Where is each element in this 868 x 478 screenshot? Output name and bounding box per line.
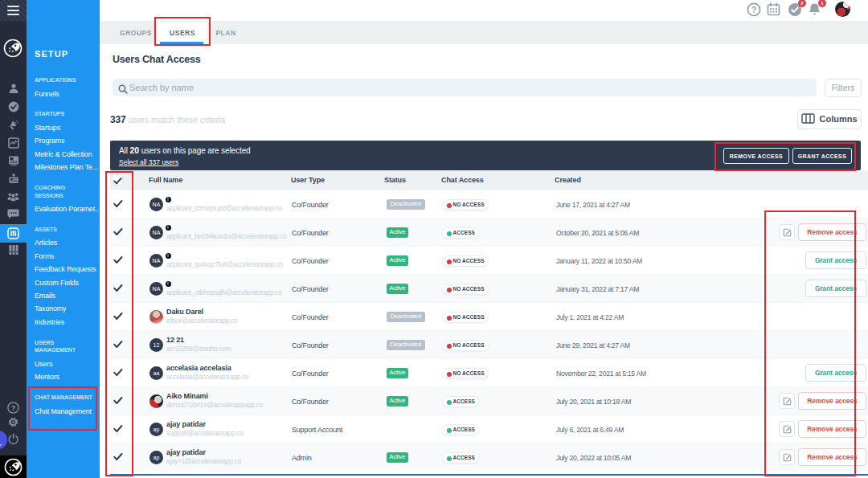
created-date: January 31, 2022 at 7:17 AM bbox=[556, 285, 639, 293]
open-chat-icon-button[interactable] bbox=[779, 224, 795, 240]
sidebar-item-evaluation-paramet[interactable]: Evaluation Paramet... bbox=[35, 202, 99, 215]
chat-access-dot bbox=[447, 231, 452, 237]
rail-chat-icon[interactable] bbox=[0, 208, 27, 223]
topbar-calendar-icon[interactable] bbox=[767, 2, 781, 17]
row-checkbox[interactable] bbox=[113, 425, 126, 433]
table-bottom-bar bbox=[110, 474, 868, 476]
filters-button[interactable]: Filters bbox=[825, 79, 862, 97]
status-badge: Deactivated bbox=[387, 199, 425, 210]
chat-access-dot bbox=[447, 400, 452, 406]
help-icon[interactable]: ? bbox=[0, 402, 27, 417]
remove-access-bulk-button[interactable]: REMOVE ACCESS bbox=[723, 148, 789, 164]
sidebar-item-metric-collection[interactable]: Metric & Collection bbox=[35, 148, 99, 161]
user-type: Co/Founder bbox=[292, 370, 329, 378]
status-badge: Deactivated bbox=[387, 312, 425, 322]
remove-access-button[interactable]: Remove access bbox=[798, 223, 866, 241]
table-body: NA ! applicant_tzznwjxup0@acceleratorapp… bbox=[110, 190, 868, 471]
sidebar-item-forms[interactable]: Forms bbox=[35, 250, 99, 263]
sidebar-item-industries[interactable]: Industries bbox=[35, 316, 99, 329]
user-email: applicant_otbhepoglh@acceleratorapp.co bbox=[166, 288, 281, 296]
search-input[interactable]: Search by name bbox=[113, 79, 817, 96]
settings-gear-icon[interactable] bbox=[0, 416, 27, 431]
columns-button[interactable]: Columns bbox=[797, 109, 862, 129]
sidebar-item-milestones-plan-te[interactable]: Milestones Plan Te... bbox=[35, 161, 99, 174]
sidebar-item-funnels[interactable]: Funnels bbox=[35, 88, 99, 100]
status-badge: Active bbox=[387, 284, 408, 294]
sidebar-item-emails[interactable]: Emails bbox=[35, 289, 99, 302]
row-checkbox[interactable] bbox=[113, 341, 126, 349]
row-checkbox[interactable] bbox=[113, 313, 126, 321]
search-icon bbox=[118, 83, 128, 97]
header-user-type[interactable]: User Type bbox=[291, 170, 325, 190]
sidebar-item-custom-fields[interactable]: Custom Fields bbox=[35, 276, 99, 289]
grant-access-button[interactable]: Grant access bbox=[805, 280, 866, 297]
sidebar-item-users[interactable]: Users bbox=[35, 357, 99, 370]
sidebar-item-chat-management[interactable]: Chat Management bbox=[35, 405, 99, 418]
row-checkbox[interactable] bbox=[113, 256, 126, 264]
topbar-help-icon[interactable]: ? bbox=[747, 2, 761, 17]
status-badge: Active bbox=[387, 368, 408, 378]
table-row: NA ! applicant_tzznwjxup0@acceleratorapp… bbox=[110, 190, 868, 218]
rail-startup-icon[interactable] bbox=[0, 173, 27, 187]
rail-megaphone-icon[interactable] bbox=[0, 119, 27, 134]
created-date: January 11, 2022 at 10:50 AM bbox=[556, 257, 642, 265]
app-logo-icon[interactable] bbox=[3, 39, 23, 58]
header-created[interactable]: Created bbox=[555, 170, 581, 190]
rail-chart-icon[interactable] bbox=[0, 137, 27, 152]
header-full-name[interactable]: Full Name bbox=[149, 170, 182, 190]
rail-check-icon[interactable] bbox=[0, 101, 27, 116]
header-status[interactable]: Status bbox=[384, 170, 406, 190]
sidebar-item-programs[interactable]: Programs bbox=[35, 134, 99, 147]
chat-access-pill: NO ACCESS bbox=[442, 368, 489, 379]
hamburger-menu-button[interactable] bbox=[0, 0, 27, 21]
open-chat-icon-button[interactable] bbox=[779, 421, 795, 437]
sidebar-item-articles[interactable]: Articles bbox=[35, 236, 99, 249]
grant-access-bulk-button[interactable]: GRANT ACCESS bbox=[792, 148, 852, 164]
topbar-tasks-icon[interactable]: 2 bbox=[788, 2, 802, 17]
rail-applications-icon[interactable] bbox=[0, 83, 27, 97]
chat-access-pill: ACCESS bbox=[442, 396, 479, 407]
user-type: Co/Founder bbox=[292, 398, 329, 406]
setup-sidebar: SETUP APPLICATIONSFunnelsSTARTUPSStartup… bbox=[27, 0, 100, 478]
select-all-link[interactable]: Select all 337 users bbox=[119, 158, 178, 166]
rail-people-icon[interactable] bbox=[0, 190, 27, 205]
chat-access-pill: NO ACCESS bbox=[442, 255, 489, 267]
open-chat-icon-button[interactable] bbox=[779, 393, 795, 409]
rail-active-item-setup[interactable] bbox=[0, 224, 27, 243]
chat-access-dot bbox=[447, 203, 452, 209]
sidebar-section-startups: STARTUPS bbox=[35, 110, 94, 118]
tab-users[interactable]: USERS bbox=[158, 22, 207, 44]
sidebar-item-startups[interactable]: Startups bbox=[35, 121, 99, 134]
chat-access-pill: NO ACCESS bbox=[442, 312, 489, 323]
bottom-logo bbox=[0, 456, 27, 478]
sidebar-item-feedback-requests[interactable]: Feedback Requests bbox=[35, 263, 99, 276]
table-row: NA ! applicant_be194kuw1o@acceleratorapp… bbox=[110, 218, 868, 246]
select-all-checkbox[interactable] bbox=[112, 174, 123, 186]
grant-access-button[interactable]: Grant access bbox=[805, 251, 866, 269]
rail-board-icon[interactable] bbox=[0, 155, 27, 170]
tab-groups[interactable]: GROUPS bbox=[119, 22, 153, 44]
grant-access-button[interactable]: Grant access bbox=[805, 364, 866, 382]
remove-access-button[interactable]: Remove access bbox=[798, 420, 866, 438]
sidebar-item-mentors[interactable]: Mentors bbox=[35, 370, 99, 383]
row-checkbox[interactable] bbox=[113, 228, 126, 236]
user-avatar[interactable] bbox=[835, 2, 850, 17]
user-type: Co/Founder bbox=[292, 257, 329, 265]
tab-plan[interactable]: PLAN bbox=[211, 22, 240, 44]
row-checkbox[interactable] bbox=[113, 397, 126, 405]
row-checkbox[interactable] bbox=[113, 453, 126, 461]
row-checkbox[interactable] bbox=[113, 284, 126, 292]
rail-library-icon[interactable] bbox=[0, 244, 27, 259]
header-chat-access[interactable]: Chat Access bbox=[441, 170, 484, 190]
remove-access-button[interactable]: Remove access bbox=[798, 392, 866, 410]
sidebar-item-taxonomy[interactable]: Taxonomy bbox=[35, 302, 99, 315]
page-title: Users Chat Access bbox=[113, 54, 200, 65]
columns-button-label: Columns bbox=[819, 114, 857, 124]
row-checkbox[interactable] bbox=[113, 369, 126, 377]
table-row: ap ajay patidar support@acceleratorapp.c… bbox=[110, 415, 868, 443]
row-checkbox[interactable] bbox=[113, 200, 126, 208]
remove-access-button[interactable]: Remove access bbox=[798, 448, 866, 466]
open-chat-icon-button[interactable] bbox=[779, 449, 795, 465]
alert-badge-icon: ! bbox=[166, 281, 171, 287]
topbar-bell-icon[interactable]: 1 bbox=[808, 2, 822, 17]
